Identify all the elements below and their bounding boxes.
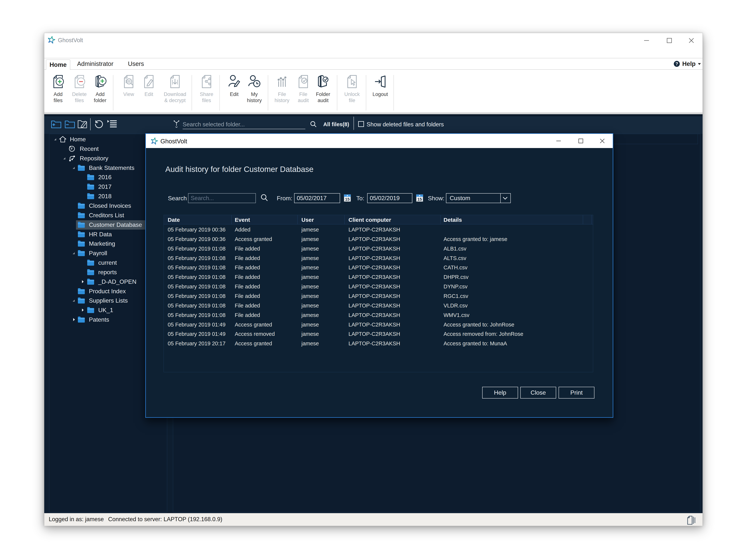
svg-text:15: 15 bbox=[417, 197, 422, 202]
svg-text:15: 15 bbox=[345, 197, 350, 202]
svg-text:?: ? bbox=[675, 61, 678, 66]
